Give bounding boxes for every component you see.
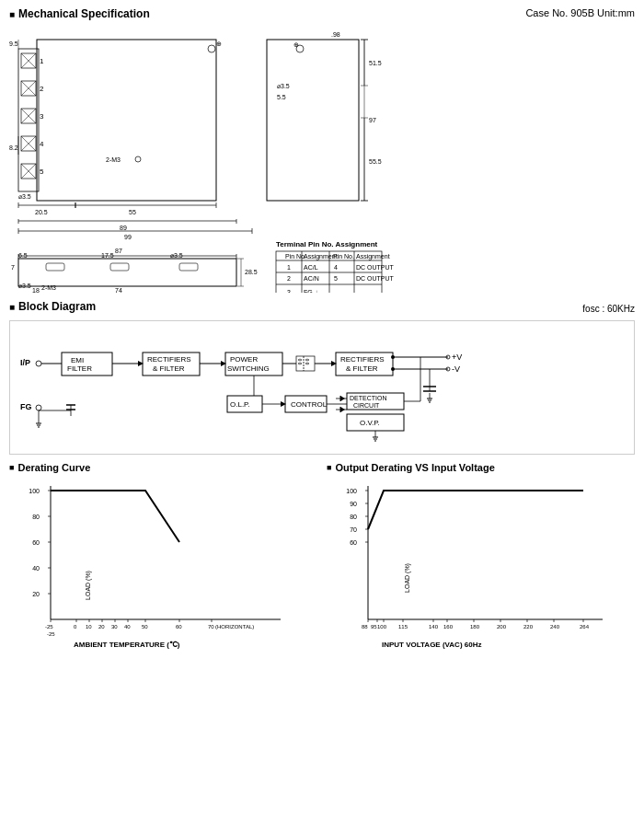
svg-text:⌀3.5: ⌀3.5	[18, 193, 31, 200]
svg-text:⊕: ⊕	[293, 41, 299, 48]
svg-text:7: 7	[11, 264, 15, 271]
svg-text:5: 5	[40, 168, 44, 176]
svg-text:DC OUTPUT +V: DC OUTPUT +V	[356, 275, 396, 282]
svg-rect-0	[37, 40, 216, 201]
svg-rect-85	[179, 263, 198, 271]
svg-text:80: 80	[350, 514, 357, 520]
svg-text:+V: +V	[452, 352, 462, 362]
svg-text:CIRCUIT: CIRCUIT	[353, 402, 380, 409]
svg-text:O.V.P.: O.V.P.	[360, 419, 380, 427]
svg-text:6.5: 6.5	[18, 252, 28, 259]
svg-text:80: 80	[32, 514, 40, 520]
svg-text:4: 4	[40, 140, 44, 148]
svg-text:RECTIFIERS: RECTIFIERS	[147, 355, 191, 364]
svg-text:5: 5	[334, 275, 338, 282]
svg-text:20: 20	[98, 624, 105, 630]
svg-text:AC/N: AC/N	[304, 275, 319, 282]
svg-text:DETECTION: DETECTION	[350, 395, 386, 401]
svg-text:1: 1	[40, 57, 44, 65]
svg-text:& FILTER: & FILTER	[153, 364, 185, 373]
svg-text:180: 180	[470, 624, 480, 630]
svg-text:LOAD (%): LOAD (%)	[85, 571, 92, 600]
svg-rect-48	[267, 40, 359, 201]
svg-text:160: 160	[443, 624, 454, 630]
svg-text:POWER: POWER	[230, 355, 258, 364]
svg-text:LOAD (%): LOAD (%)	[404, 563, 411, 593]
svg-text:40: 40	[124, 624, 131, 630]
svg-text:3: 3	[40, 112, 44, 121]
derating-curve-container: Derating Curve LOAD (%) 100 80 60 40 20	[9, 462, 317, 663]
svg-text:1: 1	[287, 264, 291, 271]
svg-text:EMI: EMI	[71, 356, 84, 364]
svg-text:DC OUTPUT -V: DC OUTPUT -V	[356, 264, 396, 271]
svg-text:2: 2	[40, 85, 44, 93]
output-derating-container: Output Derating VS Input Voltage LOAD (%…	[327, 462, 635, 663]
svg-text:2-M3: 2-M3	[41, 284, 56, 291]
block-diagram-section: Block Diagram fosc : 60KHz I/P EMI FILTE…	[9, 300, 635, 455]
svg-point-150	[36, 405, 41, 410]
svg-text:99: 99	[124, 234, 132, 240]
svg-text:⊕: ⊕	[216, 40, 222, 47]
mechanical-title: Mechanical Specification	[9, 7, 150, 20]
svg-text:3: 3	[287, 289, 291, 293]
svg-text:2: 2	[287, 275, 291, 282]
svg-text:I/P: I/P	[20, 358, 30, 367]
svg-rect-83	[46, 263, 64, 271]
svg-text:50: 50	[142, 624, 148, 630]
svg-text:-25: -25	[47, 631, 55, 637]
svg-point-23	[135, 156, 141, 162]
svg-text:AC/L: AC/L	[304, 264, 318, 271]
svg-text:& FILTER: & FILTER	[346, 364, 378, 373]
svg-text:CONTROL: CONTROL	[291, 400, 328, 409]
svg-marker-175	[340, 407, 345, 412]
svg-point-109	[36, 361, 41, 366]
svg-text:100: 100	[346, 488, 357, 494]
svg-text:70: 70	[350, 526, 357, 533]
svg-rect-70	[18, 259, 236, 286]
derating-curve-title: Derating Curve	[9, 462, 317, 473]
svg-text:8.2: 8.2	[9, 144, 18, 151]
svg-text:RECTIFIERS: RECTIFIERS	[340, 355, 385, 364]
svg-text:4: 4	[334, 264, 338, 271]
svg-text:-V: -V	[452, 364, 460, 374]
svg-text:5.5: 5.5	[277, 94, 286, 100]
svg-text:90: 90	[350, 501, 357, 507]
svg-text:28.5: 28.5	[245, 269, 258, 275]
charts-section: Derating Curve LOAD (%) 100 80 60 40 20	[9, 462, 635, 663]
svg-text:20: 20	[32, 591, 40, 597]
svg-text:60: 60	[176, 624, 182, 630]
svg-text:-25: -25	[45, 624, 53, 630]
block-diagram-content: I/P EMI FILTER RECTIFIERS & FILTER POWER…	[9, 320, 635, 455]
svg-text:115: 115	[398, 624, 408, 630]
svg-text:INPUT VOLTAGE (VAC) 60Hz: INPUT VOLTAGE (VAC) 60Hz	[382, 641, 481, 649]
output-derating-title: Output Derating VS Input Voltage	[327, 462, 635, 473]
fosc-label: fosc : 60KHz	[582, 304, 635, 314]
svg-rect-84	[110, 263, 129, 271]
svg-text:140: 140	[429, 624, 439, 630]
svg-text:FILTER: FILTER	[67, 364, 92, 373]
svg-text:55: 55	[129, 209, 136, 215]
svg-text:74: 74	[115, 287, 122, 293]
svg-text:9.5: 9.5	[9, 40, 18, 47]
svg-point-135	[391, 367, 395, 371]
svg-marker-171	[340, 396, 345, 401]
svg-text:Assignment: Assignment	[356, 253, 390, 260]
svg-text:(HORIZONTAL): (HORIZONTAL)	[215, 624, 254, 630]
svg-text:51.5: 51.5	[369, 60, 382, 66]
svg-text:30: 30	[111, 624, 118, 630]
mechanical-drawing: 1 2 3 4 5 2-M3 ⊕ 9.5 8.2 20.5	[9, 26, 635, 295]
svg-text:2-M3: 2-M3	[106, 156, 121, 163]
svg-text:FG: FG	[20, 402, 32, 411]
svg-text:⌀3.5: ⌀3.5	[18, 283, 31, 289]
svg-text:89: 89	[120, 225, 127, 231]
svg-text:Terminal Pin No. Assignment: Terminal Pin No. Assignment	[276, 240, 378, 248]
case-info: Case No. 905B Unit:mm	[525, 7, 635, 18]
svg-text:40: 40	[32, 565, 40, 572]
svg-text:⌀3.5: ⌀3.5	[277, 83, 290, 89]
svg-point-24	[208, 45, 215, 52]
svg-text:100: 100	[377, 624, 387, 630]
svg-text:88: 88	[362, 624, 368, 630]
svg-text:O.L.P.: O.L.P.	[230, 400, 250, 409]
svg-text:60: 60	[32, 539, 40, 546]
svg-text:10: 10	[86, 624, 92, 630]
